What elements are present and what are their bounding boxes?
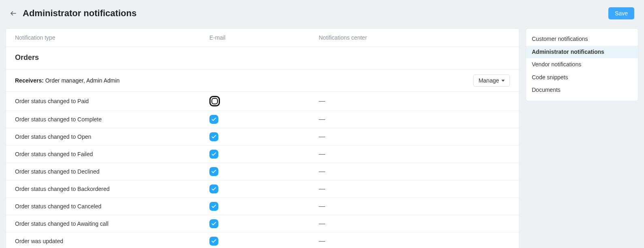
notification-row: Order status changed to Awaiting call— — [6, 215, 519, 233]
email-cell — [209, 184, 319, 193]
receivers-row: Receivers: Order manager, Admin Admin Ma… — [6, 70, 519, 92]
notifications-center-cell: — — [319, 203, 510, 210]
back-button[interactable] — [10, 10, 17, 17]
email-checkbox-checked[interactable] — [209, 115, 218, 124]
notification-row: Order status changed to Paid— — [6, 92, 519, 111]
email-cell — [209, 132, 319, 141]
notifications-center-cell: — — [319, 133, 510, 140]
email-cell — [209, 115, 319, 124]
page-header: Administrator notifications Save — [6, 5, 638, 23]
notification-label: Order status changed to Declined — [15, 168, 209, 175]
email-cell — [209, 96, 319, 106]
email-checkbox-checked[interactable] — [209, 219, 218, 228]
notification-row: Order was updated— — [6, 233, 519, 248]
notification-label: Order status changed to Failed — [15, 151, 209, 157]
page-title: Administrator notifications — [23, 8, 136, 19]
notifications-center-cell: — — [319, 98, 510, 105]
sidebar-item[interactable]: Customer notifications — [526, 33, 638, 46]
notification-row: Order status changed to Open— — [6, 128, 519, 146]
column-header-email: E-mail — [209, 34, 319, 41]
email-cell — [209, 219, 319, 228]
email-checkbox-checked[interactable] — [209, 202, 218, 211]
email-checkbox-checked[interactable] — [209, 167, 218, 176]
save-button[interactable]: Save — [608, 7, 634, 19]
email-checkbox-checked[interactable] — [209, 150, 218, 159]
notifications-center-cell: — — [319, 220, 510, 227]
email-cell — [209, 167, 319, 176]
notifications-center-cell: — — [319, 116, 510, 123]
notification-label: Order status changed to Paid — [15, 98, 209, 104]
notifications-center-cell: — — [319, 168, 510, 175]
notifications-center-cell: — — [319, 185, 510, 193]
email-checkbox-checked[interactable] — [209, 184, 218, 193]
section-title-orders: Orders — [6, 47, 519, 70]
notification-row: Order status changed to Backordered— — [6, 180, 519, 198]
email-cell — [209, 237, 319, 246]
chevron-down-icon — [501, 80, 505, 82]
notification-row: Order status changed to Declined— — [6, 163, 519, 180]
sidebar-item[interactable]: Administrator notifications — [526, 46, 638, 59]
notification-row: Order status changed to Failed— — [6, 146, 519, 163]
manage-button[interactable]: Manage — [473, 74, 510, 87]
notification-label: Order status changed to Backordered — [15, 186, 209, 192]
sidebar-panel: Customer notificationsAdministrator noti… — [526, 28, 638, 101]
email-checkbox-checked[interactable] — [209, 237, 218, 246]
column-header-nc: Notifications center — [319, 34, 510, 41]
notifications-center-cell: — — [319, 237, 510, 245]
notification-row: Order status changed to Canceled— — [6, 198, 519, 215]
email-checkbox-checked[interactable] — [209, 132, 218, 141]
table-header: Notification type E-mail Notifications c… — [6, 29, 519, 47]
notification-row: Order status changed to Complete— — [6, 111, 519, 128]
receivers-value: Order manager, Admin Admin — [45, 77, 120, 84]
sidebar-item[interactable]: Documents — [526, 84, 638, 97]
email-checkbox-focused[interactable] — [209, 96, 220, 106]
notifications-center-cell: — — [319, 150, 510, 158]
manage-button-label: Manage — [478, 77, 499, 84]
notification-label: Order status changed to Complete — [15, 116, 209, 123]
column-header-type: Notification type — [15, 34, 209, 41]
notification-label: Order status changed to Canceled — [15, 203, 209, 210]
sidebar-item[interactable]: Code snippets — [526, 71, 638, 84]
email-cell — [209, 202, 319, 211]
receivers-label: Receivers: — [15, 77, 44, 84]
email-cell — [209, 150, 319, 159]
notification-label: Order status changed to Open — [15, 134, 209, 140]
notification-label: Order status changed to Awaiting call — [15, 220, 209, 227]
sidebar-item[interactable]: Vendor notifications — [526, 58, 638, 71]
main-panel: Notification type E-mail Notifications c… — [6, 28, 519, 248]
notification-label: Order was updated — [15, 238, 209, 244]
